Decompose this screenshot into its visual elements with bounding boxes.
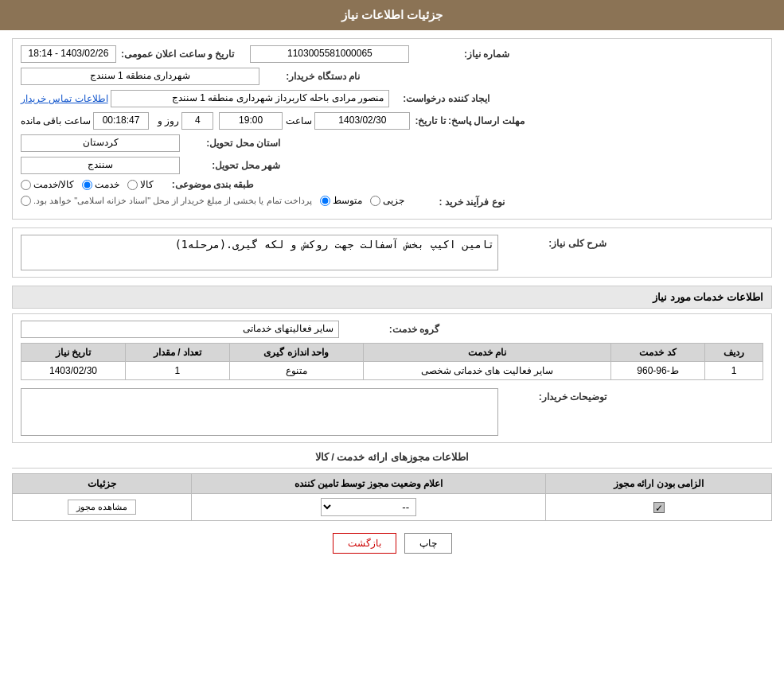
purchase-radio-medium-label: متوسط [333, 195, 362, 206]
col-code: کد خدمت [611, 344, 705, 362]
response-remain-value: 00:18:47 [93, 112, 149, 130]
required-checkbox[interactable]: ✓ [653, 502, 665, 513]
cell-date: 1403/02/30 [21, 362, 126, 380]
purchase-radio-full-text-label: پرداخت تمام یا بخشی از مبلغ خریدار از مح… [33, 196, 312, 206]
subject-label: طبقه بندی موضوعی: [158, 179, 254, 190]
service-group-value: سایر فعالیتهای خدماتی [21, 321, 339, 338]
buyer-notes-label: توضیحات خریدار: [511, 388, 607, 402]
row-purchase-type: نوع فرآیند خرید : پرداخت تمام یا بخشی از… [21, 195, 763, 208]
purchase-radio-medium[interactable]: متوسط [320, 195, 362, 206]
subject-radio-kala-khedmat-label: کالا/خدمت [33, 179, 74, 190]
creator-value: منصور مرادی باحله کاربرداز شهرداری منطقه… [111, 90, 389, 107]
response-date-label: مهلت ارسال پاسخ: تا تاریخ: [415, 115, 524, 126]
date-value: 1403/02/26 - 18:14 [21, 45, 116, 63]
purchase-radio-group: پرداخت تمام یا بخشی از مبلغ خریدار از مح… [21, 195, 404, 206]
description-textarea[interactable]: تامین اکیپ بخش آسفالت جهت روکش و لکه گیر… [21, 235, 498, 270]
col-date: تاریخ نیاز [21, 344, 126, 362]
col-row: ردیف [704, 344, 763, 362]
creator-label: ایجاد کننده درخواست: [394, 93, 490, 104]
permits-col-required: الزامی بودن ارائه مجوز [546, 474, 772, 494]
row-province: استان محل تحویل: کردستان [21, 134, 763, 152]
subject-radio-khedmat[interactable]: خدمت [82, 179, 119, 190]
permits-cell-status: -- [192, 494, 546, 521]
row-need-number-date: شماره نیاز: 1103005581000065 تاریخ و ساع… [21, 45, 763, 63]
table-row: 1 ط-96-960 سایر فعالیت های خدماتی شخصی م… [21, 362, 763, 380]
date-label: تاریخ و ساعت اعلان عمومی: [121, 49, 234, 60]
cell-code: ط-96-960 [611, 362, 705, 380]
row-response-date: مهلت ارسال پاسخ: تا تاریخ: 1403/02/30 سا… [21, 112, 763, 130]
purchase-radio-partial[interactable]: جزیی [370, 195, 404, 206]
permits-cell-required: ✓ [546, 494, 772, 521]
main-info-section: شماره نیاز: 1103005581000065 تاریخ و ساع… [12, 38, 772, 220]
need-number-label: شماره نیاز: [414, 49, 509, 60]
response-time-value: 19:00 [219, 112, 283, 130]
page-header: جزئیات اطلاعات نیاز [0, 0, 784, 30]
row-creator: ایجاد کننده درخواست: منصور مرادی باحله ک… [21, 90, 763, 107]
city-value: سنندج [21, 157, 180, 174]
subject-radio-group: کالا/خدمت خدمت کالا [21, 179, 154, 190]
subject-radio-kala[interactable]: کالا [127, 179, 154, 190]
col-unit: واحد اندازه گیری [229, 344, 363, 362]
subject-radio-kala-khedmat[interactable]: کالا/خدمت [21, 179, 74, 190]
col-qty: تعداد / مقدار [125, 344, 229, 362]
buyer-org-value: شهرداری منطقه 1 سنندج [21, 68, 259, 85]
purchase-radio-partial-label: جزیی [383, 195, 404, 206]
divider [12, 468, 772, 469]
back-button[interactable]: بازگشت [333, 533, 396, 554]
city-label: شهر محل تحویل: [185, 160, 280, 171]
row-subject: طبقه بندی موضوعی: کالا/خدمت خدمت کالا [21, 179, 763, 190]
print-button[interactable]: چاپ [404, 533, 452, 554]
permits-cell-details: مشاهده مجوز [13, 494, 192, 521]
row-buyer-org: نام دستگاه خریدار: شهرداری منطقه 1 سنندج [21, 68, 763, 85]
description-label: شرح کلی نیاز: [511, 235, 607, 249]
cell-row: 1 [704, 362, 763, 380]
buyer-org-label: نام دستگاه خریدار: [264, 71, 360, 82]
col-name: نام خدمت [363, 344, 611, 362]
permits-section-title: اطلاعات مجوزهای ارائه خدمت / کالا [12, 451, 772, 463]
response-date-value: 1403/02/30 [314, 112, 410, 130]
cell-name: سایر فعالیت های خدماتی شخصی [363, 362, 611, 380]
subject-radio-kala-label: کالا [140, 179, 154, 190]
services-section-title: اطلاعات خدمات مورد نیاز [12, 286, 772, 309]
cell-unit: متنوع [229, 362, 363, 380]
description-section: شرح کلی نیاز: تامین اکیپ بخش آسفالت جهت … [12, 227, 772, 278]
need-number-value: 1103005581000065 [250, 45, 409, 63]
view-permit-button[interactable]: مشاهده مجوز [68, 500, 136, 515]
subject-radio-khedmat-label: خدمت [95, 179, 119, 190]
permits-col-status: اعلام وضعیت مجوز توسط تامین کننده [192, 474, 546, 494]
services-section: گروه خدمت: سایر فعالیتهای خدماتی ردیف کد… [12, 313, 772, 443]
province-label: استان محل تحویل: [185, 138, 280, 149]
province-value: کردستان [21, 134, 180, 152]
status-select[interactable]: -- [321, 498, 416, 516]
permits-row: ✓ -- مشاهده مجوز [13, 494, 772, 521]
action-buttons-row: چاپ بازگشت [12, 533, 772, 554]
response-remain-label: ساعت باقی مانده [21, 115, 91, 126]
row-city: شهر محل تحویل: سنندج [21, 157, 763, 174]
response-days-value: 4 [181, 112, 213, 130]
response-days-label: روز و [158, 115, 179, 126]
response-time-label: ساعت [286, 115, 312, 126]
permits-table: الزامی بودن ارائه مجوز اعلام وضعیت مجوز … [12, 473, 772, 521]
page-title: جزئیات اطلاعات نیاز [341, 8, 443, 21]
purchase-type-label: نوع فرآیند خرید : [409, 195, 505, 208]
row-service-group: گروه خدمت: سایر فعالیتهای خدماتی [21, 321, 763, 338]
buyer-notes-textarea[interactable] [21, 388, 498, 436]
contact-link[interactable]: اطلاعات تماس خریدار [21, 93, 108, 104]
services-table: ردیف کد خدمت نام خدمت واحد اندازه گیری ت… [21, 343, 763, 380]
permits-col-details: جزئیات [13, 474, 192, 494]
cell-qty: 1 [125, 362, 229, 380]
service-group-label: گروه خدمت: [344, 324, 439, 335]
purchase-radio-full-text: پرداخت تمام یا بخشی از مبلغ خریدار از مح… [21, 196, 312, 206]
